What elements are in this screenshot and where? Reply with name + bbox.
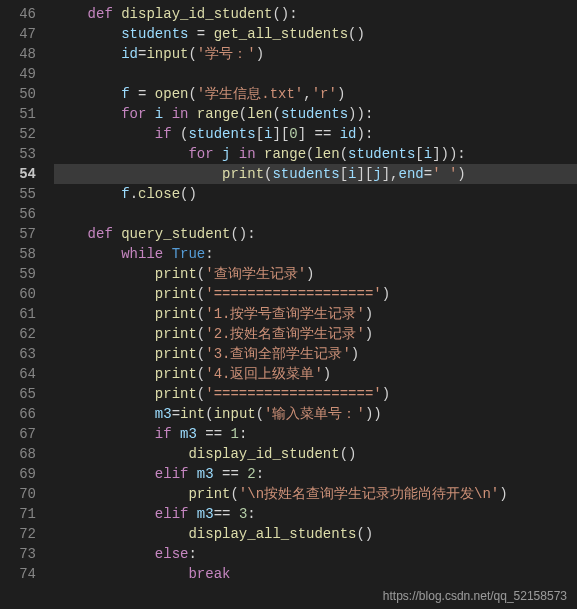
line-number: 74 xyxy=(8,564,36,584)
line-number: 48 xyxy=(8,44,36,64)
code-line[interactable]: print('\n按姓名查询学生记录功能尚待开发\n') xyxy=(54,484,577,504)
code-line[interactable]: print('===================') xyxy=(54,284,577,304)
line-number: 70 xyxy=(8,484,36,504)
line-number: 73 xyxy=(8,544,36,564)
code-line[interactable]: print('查询学生记录') xyxy=(54,264,577,284)
line-number: 52 xyxy=(8,124,36,144)
code-line[interactable]: def display_id_student(): xyxy=(54,4,577,24)
line-number: 54 xyxy=(8,164,36,184)
line-number: 66 xyxy=(8,404,36,424)
line-number: 65 xyxy=(8,384,36,404)
code-line[interactable]: def query_student(): xyxy=(54,224,577,244)
line-number: 68 xyxy=(8,444,36,464)
code-line[interactable]: students = get_all_students() xyxy=(54,24,577,44)
code-line[interactable]: elif m3== 3: xyxy=(54,504,577,524)
line-number: 58 xyxy=(8,244,36,264)
line-number: 61 xyxy=(8,304,36,324)
code-line[interactable]: for j in range(len(students[i])): xyxy=(54,144,577,164)
code-line[interactable]: f.close() xyxy=(54,184,577,204)
line-number: 53 xyxy=(8,144,36,164)
code-line[interactable]: id=input('学号：') xyxy=(54,44,577,64)
line-number: 63 xyxy=(8,344,36,364)
line-number: 60 xyxy=(8,284,36,304)
code-area[interactable]: def display_id_student(): students = get… xyxy=(46,0,577,609)
code-line[interactable]: display_id_student() xyxy=(54,444,577,464)
code-line[interactable] xyxy=(54,64,577,84)
code-line[interactable]: m3=int(input('输入菜单号：')) xyxy=(54,404,577,424)
code-line[interactable]: while True: xyxy=(54,244,577,264)
code-line[interactable]: print('1.按学号查询学生记录') xyxy=(54,304,577,324)
code-line[interactable]: print('4.返回上级菜单') xyxy=(54,364,577,384)
code-line[interactable] xyxy=(54,204,577,224)
line-number: 55 xyxy=(8,184,36,204)
line-number: 62 xyxy=(8,324,36,344)
line-number: 47 xyxy=(8,24,36,44)
line-number: 72 xyxy=(8,524,36,544)
code-line[interactable]: elif m3 == 2: xyxy=(54,464,577,484)
line-number: 46 xyxy=(8,4,36,24)
line-number: 50 xyxy=(8,84,36,104)
code-line[interactable]: display_all_students() xyxy=(54,524,577,544)
code-line[interactable]: if (students[i][0] == id): xyxy=(54,124,577,144)
code-line[interactable]: else: xyxy=(54,544,577,564)
code-line[interactable]: print(students[i][j],end=' ') xyxy=(54,164,577,184)
line-number: 56 xyxy=(8,204,36,224)
line-number: 49 xyxy=(8,64,36,84)
line-number: 67 xyxy=(8,424,36,444)
line-number: 57 xyxy=(8,224,36,244)
code-line[interactable]: print('===================') xyxy=(54,384,577,404)
line-number: 71 xyxy=(8,504,36,524)
code-line[interactable]: if m3 == 1: xyxy=(54,424,577,444)
code-line[interactable]: print('3.查询全部学生记录') xyxy=(54,344,577,364)
line-number: 51 xyxy=(8,104,36,124)
line-number: 69 xyxy=(8,464,36,484)
line-number: 64 xyxy=(8,364,36,384)
line-number: 59 xyxy=(8,264,36,284)
line-number-gutter: 4647484950515253545556575859606162636465… xyxy=(0,0,46,609)
code-line[interactable]: print('2.按姓名查询学生记录') xyxy=(54,324,577,344)
code-line[interactable]: f = open('学生信息.txt','r') xyxy=(54,84,577,104)
code-line[interactable]: break xyxy=(54,564,577,584)
code-editor[interactable]: 4647484950515253545556575859606162636465… xyxy=(0,0,577,609)
watermark-text: https://blog.csdn.net/qq_52158573 xyxy=(383,589,567,603)
code-line[interactable]: for i in range(len(students)): xyxy=(54,104,577,124)
